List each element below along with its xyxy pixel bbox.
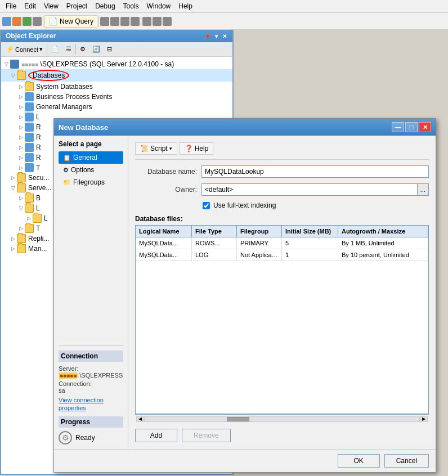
page-options-icon: ⚙ — [63, 167, 69, 174]
script-button[interactable]: 📜 Script ▾ — [135, 142, 177, 155]
owner-input[interactable] — [201, 183, 418, 196]
scroll-right-arrow[interactable]: ▶ — [420, 416, 428, 422]
dialog-minimize-button[interactable]: — — [392, 122, 404, 132]
cell-filegroup-2: Not Applicable — [237, 249, 282, 261]
scroll-left-arrow[interactable]: ◀ — [136, 416, 144, 422]
menu-tools[interactable]: Tools — [120, 1, 142, 11]
oe-new-btn[interactable]: 📄 — [48, 44, 62, 54]
toolbar-icon-6[interactable] — [110, 17, 119, 26]
server-highlight: ■■■■■ — [59, 372, 78, 379]
db-name-label: Database name: — [135, 168, 197, 176]
add-button[interactable]: Add — [135, 429, 177, 442]
toolbar-icon-10[interactable] — [153, 17, 162, 26]
tree-system-databases[interactable]: ▷ System Databases — [1, 82, 232, 92]
menu-project[interactable]: Project — [63, 1, 91, 11]
connect-icon: ⚡ — [6, 46, 14, 53]
fulltext-checkbox[interactable] — [203, 202, 210, 209]
bpe-label: Business Process Events — [35, 93, 112, 101]
toolbar-icon-11[interactable] — [163, 17, 172, 26]
toolbar-icon-2[interactable] — [12, 17, 21, 26]
toolbar-icon-7[interactable] — [120, 17, 129, 26]
page-options[interactable]: ⚙ Options — [59, 164, 123, 176]
ok-cancel-buttons: OK Cancel — [61, 454, 429, 468]
owner-row: Owner: ... — [135, 183, 429, 196]
toolbar-icon-9[interactable] — [142, 17, 151, 26]
system-db-toggle[interactable]: ▷ — [17, 83, 25, 91]
dialog-bottom: OK Cancel — [54, 449, 436, 472]
oe-filter-btn[interactable]: ⚙ — [77, 44, 88, 54]
scrollbar-track[interactable] — [144, 416, 420, 422]
toolbar: 📄 New Query — [0, 13, 448, 30]
new-query-label: New Query — [60, 17, 93, 25]
table-row[interactable]: MySQLData... ROWS... PRIMARY 5 By 1 MB, … — [136, 237, 428, 249]
oe-refresh-btn[interactable]: 🔄 — [89, 44, 103, 54]
menu-edit[interactable]: Edit — [21, 1, 39, 11]
page-options-label: Options — [71, 166, 94, 174]
gm-toggle[interactable]: ▷ — [17, 103, 25, 111]
panel-header: Object Explorer 📌 ▾ ✕ — [1, 30, 232, 42]
db-files-label: Database files: — [135, 215, 429, 223]
connection-server-label: Server: — [59, 365, 123, 372]
menu-view[interactable]: View — [41, 1, 62, 11]
oe-list-btn[interactable]: ☰ — [63, 44, 74, 54]
menu-window[interactable]: Window — [144, 1, 174, 11]
server-toggle[interactable]: ▽ — [2, 60, 10, 68]
server-label: ■■■■■ \SQLEXPRESS (SQL Server 12.0.4100 … — [20, 60, 174, 68]
dialog-close-button[interactable]: ✕ — [419, 122, 431, 132]
view-props-row: View connection properties — [59, 396, 123, 412]
cell-filetype-2: LOG — [192, 249, 237, 261]
tree-databases[interactable]: ▽ Databases — [1, 69, 232, 82]
connection-conn-row: Connection: sa — [59, 380, 123, 394]
cancel-button[interactable]: Cancel — [384, 454, 429, 468]
panel-header-icons: 📌 ▾ ✕ — [203, 33, 228, 40]
oe-collapse-btn[interactable]: ⊟ — [104, 44, 115, 54]
databases-toggle[interactable]: ▽ — [9, 71, 17, 79]
cell-initsize-2: 1 — [282, 249, 338, 261]
toolbar-icon-4[interactable] — [33, 17, 42, 26]
panel-close-icon[interactable]: ✕ — [221, 33, 228, 40]
table-header: Logical Name File Type Filegroup Initial… — [136, 226, 428, 237]
tree-server[interactable]: ▽ ■■■■■ \SQLEXPRESS (SQL Server 12.0.410… — [1, 59, 232, 69]
toolbar-icon-3[interactable] — [23, 17, 32, 26]
db-name-input[interactable] — [201, 165, 429, 178]
scrollbar-thumb[interactable] — [227, 417, 249, 421]
connect-dropdown-icon[interactable]: ▾ — [39, 46, 43, 53]
script-icon: 📜 — [140, 145, 149, 152]
remove-button[interactable]: Remove — [182, 429, 231, 442]
page-general[interactable]: 📋 General — [59, 151, 123, 164]
panel-pin-icon[interactable]: 📌 — [203, 33, 212, 40]
db-files-section: Database files: Logical Name File Type F… — [135, 215, 429, 423]
owner-input-group: ... — [201, 183, 429, 196]
page-filegroups[interactable]: 📁 Filegroups — [59, 176, 123, 188]
toolbar-icon-8[interactable] — [131, 17, 140, 26]
bpe-toggle[interactable]: ▷ — [17, 93, 25, 101]
tree-general-managers[interactable]: ▷ General Managers — [1, 102, 232, 112]
menu-help[interactable]: Help — [175, 1, 196, 11]
ok-button[interactable]: OK — [338, 454, 380, 468]
script-dropdown-icon[interactable]: ▾ — [169, 146, 172, 151]
help-label: Help — [195, 145, 209, 152]
panel-minimize-icon[interactable]: ▾ — [214, 33, 219, 40]
connect-label: Connect — [15, 46, 38, 53]
dialog-left-panel: Select a page 📋 General ⚙ Options 📁 File… — [54, 136, 128, 449]
menu-file[interactable]: File — [2, 1, 20, 11]
tree-bpe[interactable]: ▷ Business Process Events — [1, 92, 232, 102]
page-general-label: General — [73, 154, 97, 161]
progress-gear-icon: ⚙ — [59, 431, 72, 444]
new-database-dialog[interactable]: New Database — □ ✕ Select a page 📋 Gener… — [53, 118, 436, 473]
view-connection-link[interactable]: View connection properties — [59, 397, 104, 411]
table-row[interactable]: MySQLData... LOG Not Applicable 1 By 10 … — [136, 249, 428, 261]
fulltext-label: Use full-text indexing — [213, 201, 276, 209]
toolbar-sep-3 — [141, 16, 141, 27]
help-button[interactable]: ❓ Help — [180, 142, 214, 155]
db-files-table: Logical Name File Type Filegroup Initial… — [135, 225, 429, 414]
new-query-button[interactable]: 📄 New Query — [44, 15, 97, 28]
dialog-maximize-button[interactable]: □ — [405, 122, 418, 132]
system-db-label: System Databases — [35, 83, 93, 91]
toolbar-icon-5[interactable] — [100, 17, 109, 26]
connect-button[interactable]: ⚡ Connect ▾ — [3, 44, 46, 54]
owner-browse-button[interactable]: ... — [418, 183, 429, 196]
toolbar-icon-1[interactable] — [2, 17, 11, 26]
item-p-toggle[interactable]: ▷ — [17, 113, 25, 121]
menu-debug[interactable]: Debug — [92, 1, 118, 11]
